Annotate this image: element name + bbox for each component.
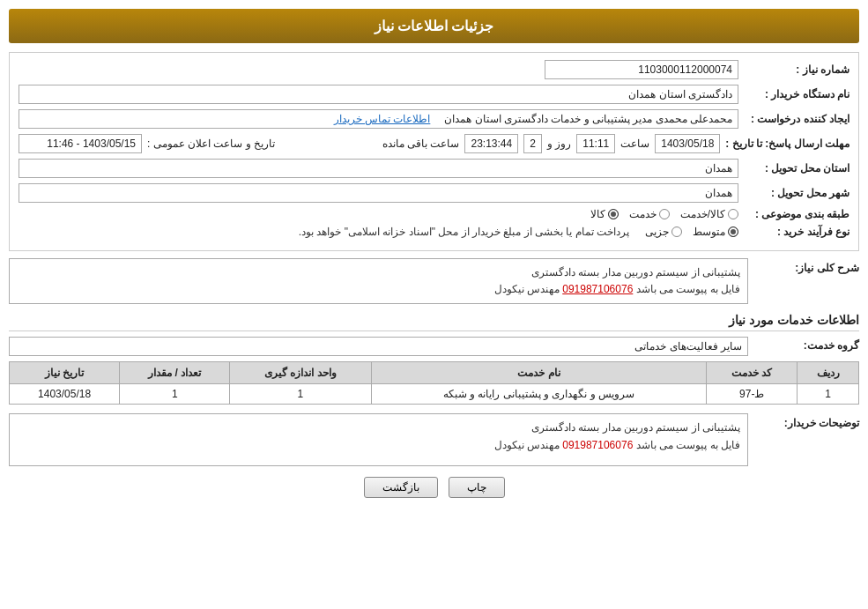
service-table-head: ردیف کد خدمت نام خدمت واحد اندازه گیری ت… (10, 362, 859, 384)
service-info-section: اطلاعات خدمات مورد نیاز گروه خدمت: سایر … (9, 313, 859, 405)
desc-line2: فایل به پیوست می باشد 091987106076 مهندس… (17, 281, 740, 298)
radio-kala-khedmat-label: کالا/خدمت (680, 208, 725, 220)
col-header-code: کد خدمت (707, 362, 798, 384)
send-deadline-row: مهلت ارسال پاسخ: تا تاریخ : 1403/05/18 س… (19, 134, 849, 153)
category-row: طبقه بندی موضوعی : کالا/خدمت خدمت کالا (19, 208, 849, 220)
radio-mottaset-item: متوسط (693, 226, 738, 238)
col-header-name: نام خدمت (371, 362, 707, 384)
radio-mottaset-circle (728, 227, 738, 237)
desc-phone-link[interactable]: 091987106076 (562, 283, 633, 295)
creator-contact-link[interactable]: اطلاعات تماس خریدار (334, 113, 431, 125)
page-title: جزئیات اطلاعات نیاز (9, 9, 859, 43)
buyer-desc-line1: پشتیبانی از سیستم دوربین مدار بسته دادگس… (17, 420, 740, 436)
city-value: همدان (19, 183, 738, 203)
radio-jozi-circle (671, 227, 682, 237)
radio-kala-label: کالا (590, 208, 605, 220)
radio-khedmat-label: خدمت (629, 208, 657, 220)
table-cell: 1 (798, 384, 859, 405)
radio-description: پرداخت تمام یا بخشی از مبلغ خریدار از مح… (299, 226, 629, 238)
send-deadline-values: 1403/05/18 ساعت 11:11 روز و 2 23:13:44 س… (382, 134, 721, 153)
col-header-unit: واحد اندازه گیری (230, 362, 371, 384)
creator-row: ایجاد کننده درخواست : محمدعلی محمدی مدیر… (19, 109, 849, 129)
button-row: چاپ بازگشت (9, 477, 859, 498)
city-row: شهر محل تحویل : همدان (19, 183, 849, 203)
col-header-date: تاریخ نیاز (10, 362, 120, 384)
table-row: 1ط-97سرویس و نگهداری و پشتیبانی رایانه و… (10, 384, 859, 405)
requester-org-row: نام دستگاه خریدار : دادگستری استان همدان (19, 85, 849, 104)
province-value: همدان (19, 159, 738, 178)
purchase-type-radio-group: متوسط جزیی (645, 226, 738, 238)
public-announce-value: 1403/05/15 - 11:46 (19, 134, 142, 153)
service-group-row: گروه خدمت: سایر فعالیت‌های خدماتی (9, 337, 859, 356)
buyer-desc-box: پشتیبانی از سیستم دوربین مدار بسته دادگس… (9, 413, 748, 466)
radio-kala-circle (608, 209, 619, 219)
table-cell: سرویس و نگهداری و پشتیبانی رایانه و شبکه (371, 384, 707, 405)
send-deadline-label: مهلت ارسال پاسخ: تا تاریخ : (725, 137, 849, 150)
radio-jozi-label: جزیی (645, 226, 669, 238)
radio-khedmat-item: خدمت (629, 208, 670, 220)
need-number-label: شماره نیاز : (744, 63, 849, 76)
send-remaining-box: 23:13:44 (464, 134, 518, 153)
province-row: استان محل تحویل : همدان (19, 159, 849, 178)
city-label: شهر محل تحویل : (744, 187, 849, 199)
buyer-desc-label: توضیحات خریدار: (753, 413, 859, 429)
description-box: پشتیبانی از سیستم دوربین مدار بسته دادگس… (9, 258, 748, 304)
category-label: طبقه بندی موضوعی : (744, 208, 849, 220)
category-radio-group: کالا/خدمت خدمت کالا (590, 208, 738, 220)
service-group-label: گروه خدمت: (753, 337, 859, 352)
radio-kala-khedmat-circle (728, 209, 738, 219)
service-info-title: اطلاعات خدمات مورد نیاز (9, 313, 859, 331)
col-header-radif: ردیف (798, 362, 859, 384)
desc-line1: پشتیبانی از سیستم دوربین مدار بسته دادگس… (17, 264, 740, 281)
print-button[interactable]: چاپ (449, 477, 505, 498)
creator-label: ایجاد کننده درخواست : (744, 113, 849, 125)
table-cell: 1 (230, 384, 371, 405)
buyer-desc-phone-link[interactable]: 091987106076 (562, 439, 633, 451)
back-button[interactable]: بازگشت (364, 477, 438, 498)
send-day-label: روز و (547, 137, 571, 150)
public-announce-label: تاریخ و ساعت اعلان عمومی : (147, 137, 275, 150)
description-section: شرح کلی نیاز: پشتیبانی از سیستم دوربین م… (9, 258, 859, 304)
radio-kala-item: کالا (590, 208, 619, 220)
send-remaining-label: ساعت باقی مانده (382, 137, 460, 150)
page-container: جزئیات اطلاعات نیاز شماره نیاز : 1103000… (0, 0, 868, 609)
send-date-box: 1403/05/18 (655, 134, 720, 153)
service-table-header-row: ردیف کد خدمت نام خدمت واحد اندازه گیری ت… (10, 362, 859, 384)
need-number-row: شماره نیاز : 1103000112000074 (19, 60, 849, 79)
province-label: استان محل تحویل : (744, 162, 849, 175)
need-number-value: 1103000112000074 (545, 60, 738, 79)
requester-org-value: دادگستری استان همدان (19, 85, 738, 104)
table-cell: 1 (120, 384, 230, 405)
table-cell: ط-97 (707, 384, 798, 405)
creator-value: محمدعلی محمدی مدیر پشتیبانی و خدمات دادگ… (19, 109, 738, 129)
send-days-box: 2 (523, 134, 542, 153)
service-table: ردیف کد خدمت نام خدمت واحد اندازه گیری ت… (9, 361, 859, 405)
radio-khedmat-circle (659, 209, 670, 219)
buyer-desc-line2: فایل به پیوست می باشد 091987106076 مهندس… (17, 437, 740, 454)
table-cell: 1403/05/18 (10, 384, 120, 405)
purchase-type-row: نوع فرآیند خرید : متوسط جزیی پرداخت تمام… (19, 226, 849, 238)
service-group-value: سایر فعالیت‌های خدماتی (9, 337, 748, 356)
radio-mottaset-label: متوسط (693, 226, 725, 238)
description-title: شرح کلی نیاز: (753, 258, 859, 274)
requester-org-label: نام دستگاه خریدار : (744, 88, 849, 100)
radio-jozi-item: جزیی (645, 226, 682, 238)
col-header-quantity: تعداد / مقدار (120, 362, 230, 384)
description-row: شرح کلی نیاز: پشتیبانی از سیستم دوربین م… (9, 258, 859, 304)
purchase-type-label: نوع فرآیند خرید : (744, 226, 849, 238)
buyer-desc-section: توضیحات خریدار: پشتیبانی از سیستم دوربین… (9, 413, 859, 466)
send-time-label: ساعت (620, 137, 649, 150)
send-time-box: 11:11 (576, 134, 615, 153)
service-table-body: 1ط-97سرویس و نگهداری و پشتیبانی رایانه و… (10, 384, 859, 405)
radio-kala-khedmat-item: کالا/خدمت (680, 208, 738, 220)
main-info-section: شماره نیاز : 1103000112000074 نام دستگاه… (9, 52, 859, 251)
buyer-desc-row: توضیحات خریدار: پشتیبانی از سیستم دوربین… (9, 413, 859, 466)
